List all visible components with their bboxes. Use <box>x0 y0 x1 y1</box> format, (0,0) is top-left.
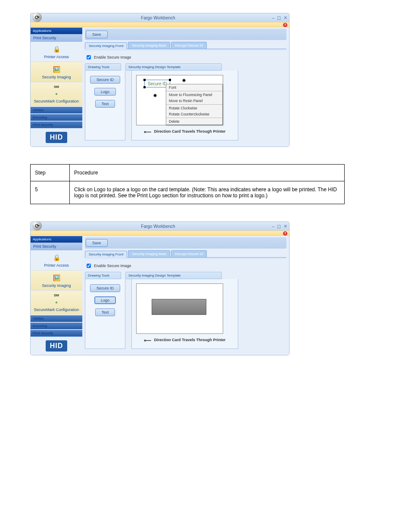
tab-security-imaging-front[interactable]: Security Imaging Front <box>85 251 127 258</box>
sidebar-item-label: SecureMark Configuration <box>32 308 81 312</box>
sidebar-item-label: SecureMark Configuration <box>32 99 81 103</box>
secure-id-text: Secure ID <box>148 81 167 86</box>
sidebar-header-print-security[interactable]: Print Security <box>31 121 82 128</box>
sidebar-item-security-imaging[interactable]: 🖼️ Security Imaging <box>31 62 82 82</box>
sidebar-item-label: Security Imaging <box>32 283 81 288</box>
help-bar: ? <box>31 22 289 27</box>
text-button[interactable]: Text <box>95 308 115 316</box>
sidebar-header-encoding[interactable]: Encoding <box>31 322 82 330</box>
tab-security-imaging-back[interactable]: Security Imaging Back <box>128 42 170 49</box>
menu-item-rotate-ccw[interactable]: Rotate Counterclockwise <box>166 111 222 117</box>
menu-item-move-resin[interactable]: Move to Resin Panel <box>166 98 222 104</box>
maximize-icon[interactable]: ◻ <box>277 15 281 21</box>
hid-logo-block: HID <box>31 337 82 355</box>
direction-label: ⟵Direction Card Travels Through Printer <box>136 129 234 135</box>
sidebar-header-encoding[interactable]: Encoding <box>31 114 82 121</box>
menu-item-rotate-cw[interactable]: Rotate Clockwise <box>166 105 222 111</box>
tab-decrypt-secure-id[interactable]: Decrypt Secure ID <box>171 250 207 257</box>
close-icon[interactable]: ✕ <box>283 15 287 21</box>
save-button[interactable]: Save <box>86 239 108 247</box>
drawing-tools-panel: Secure ID Logo Text <box>85 279 125 349</box>
context-menu: Font Move to Fluorescing Panel Move to R… <box>166 84 223 125</box>
direction-label: ⟵Direction Card Travels Through Printer <box>136 337 234 343</box>
toolbar: Save <box>85 29 286 40</box>
sm-label: SM <box>32 85 81 89</box>
enable-secure-image-checkbox[interactable]: Enable Secure Image <box>85 262 286 269</box>
toolbar: Save <box>85 237 286 249</box>
tab-bar: Security Imaging Front Security Imaging … <box>85 41 286 49</box>
image-icon: 🖼️ <box>52 65 61 74</box>
sidebar-item-securemark-config[interactable]: SM ● SecureMark Configuration <box>31 82 82 106</box>
titlebar: ⟳ Fargo Workbench – ◻ ✕ <box>31 13 289 22</box>
sidebar-item-printer-access[interactable]: 🔒 Printer Access <box>31 42 82 62</box>
secure-id-button[interactable]: Secure ID <box>90 284 120 292</box>
table-step-text: Click on Logo to place a logo on the car… <box>70 181 345 204</box>
template-panel: Secure ID ✸ ✸ Font Move to Fluorescing P… <box>131 71 238 140</box>
dot-icon: ● <box>52 89 61 98</box>
sm-label: SM <box>32 293 81 297</box>
sidebar: Applications Print Security 🔒 Printer Ac… <box>31 236 82 355</box>
minimize-icon[interactable]: – <box>272 15 274 21</box>
logo-placeholder[interactable] <box>152 299 206 315</box>
tab-decrypt-secure-id[interactable]: Decrypt Secure ID <box>171 42 207 49</box>
window-title: Fargo Workbench <box>44 224 272 229</box>
sidebar-header-print-security[interactable]: Print Security <box>31 330 82 337</box>
menu-item-delete[interactable]: Delete <box>166 118 222 124</box>
logo-button[interactable]: Logo <box>94 296 116 304</box>
card-template[interactable]: Secure ID ✸ ✸ Font Move to Fluorescing P… <box>136 75 223 125</box>
minimize-icon[interactable]: – <box>272 224 274 229</box>
template-header: Security Imaging Design Template <box>125 63 222 71</box>
window-title: Fargo Workbench <box>44 16 272 20</box>
sidebar: Applications Print Security 🔒 Printer Ac… <box>31 27 82 146</box>
tab-security-imaging-front[interactable]: Security Imaging Front <box>85 42 127 49</box>
help-bar: ? <box>31 230 289 236</box>
save-button[interactable]: Save <box>86 31 108 38</box>
maximize-icon[interactable]: ◻ <box>277 224 281 229</box>
enable-secure-image-input[interactable] <box>87 55 91 59</box>
sidebar-item-label: Printer Access <box>32 55 81 59</box>
hid-logo: HID <box>46 340 68 352</box>
titlebar: ⟳ Fargo Workbench – ◻ ✕ <box>31 222 289 230</box>
menu-item-font[interactable]: Font <box>166 84 222 90</box>
table-step-num: 5 <box>31 181 70 204</box>
sidebar-sub-print-security[interactable]: Print Security <box>31 34 82 42</box>
app-icon: ⟳ <box>32 221 42 230</box>
close-icon[interactable]: ✕ <box>283 224 287 229</box>
image-icon: 🖼️ <box>52 273 61 283</box>
secure-id-button[interactable]: Secure ID <box>90 76 120 84</box>
sidebar-item-printer-access[interactable]: 🔒 Printer Access <box>31 250 82 271</box>
menu-item-move-fluoro[interactable]: Move to Fluorescing Panel <box>166 92 222 98</box>
sidebar-header-applications[interactable]: Applications <box>31 236 82 243</box>
table-header-procedure: Procedure <box>70 165 345 181</box>
sidebar-sub-print-security[interactable]: Print Security <box>31 243 82 250</box>
content-area: Save Security Imaging Front Security Ima… <box>82 236 289 355</box>
sidebar-item-security-imaging[interactable]: 🖼️ Security Imaging <box>31 271 82 291</box>
instruction-table: StepProcedure 5Click on Logo to place a … <box>30 164 345 204</box>
enable-secure-image-input[interactable] <box>87 264 91 268</box>
sidebar-header-utilities[interactable]: Utilities <box>31 106 82 114</box>
app-window-1: ⟳ Fargo Workbench – ◻ ✕ ? Applications P… <box>30 13 290 147</box>
tab-security-imaging-back[interactable]: Security Imaging Back <box>128 250 170 257</box>
sidebar-header-applications[interactable]: Applications <box>31 27 82 34</box>
drawing-tools-header: Drawing Tools <box>85 272 121 279</box>
sidebar-item-label: Printer Access <box>32 263 81 268</box>
enable-secure-image-checkbox[interactable]: Enable Secure Image <box>85 54 286 61</box>
sidebar-header-utilities[interactable]: Utilities <box>31 315 82 322</box>
enable-label: Enable Secure Image <box>94 264 131 268</box>
drawing-tools-panel: Secure ID Logo Text <box>85 71 125 140</box>
logo-button[interactable]: Logo <box>94 88 116 96</box>
enable-label: Enable Secure Image <box>94 55 131 59</box>
sidebar-item-securemark-config[interactable]: SM ● SecureMark Configuration <box>31 291 82 315</box>
hid-logo-block: HID <box>31 128 82 146</box>
template-header: Security Imaging Design Template <box>125 272 222 279</box>
text-button[interactable]: Text <box>95 100 115 108</box>
table-header-step: Step <box>31 165 70 181</box>
help-icon[interactable]: ? <box>283 231 287 236</box>
drawing-tools-header: Drawing Tools <box>85 63 121 71</box>
card-template[interactable] <box>136 283 223 334</box>
hid-logo: HID <box>46 132 68 143</box>
tab-bar: Security Imaging Front Security Imaging … <box>85 249 286 257</box>
help-icon[interactable]: ? <box>283 23 287 27</box>
arrow-left-icon: ⟵ <box>144 337 151 343</box>
template-panel: ⟵Direction Card Travels Through Printer <box>131 279 238 349</box>
